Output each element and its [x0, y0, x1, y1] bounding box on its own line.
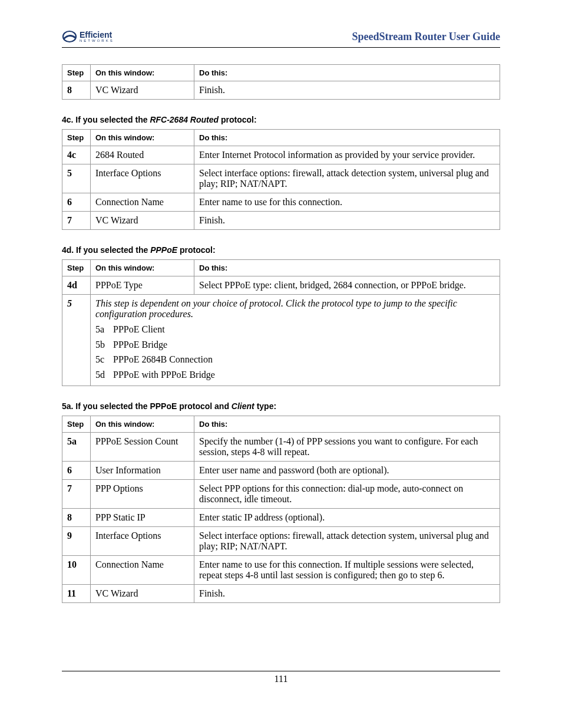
col-header-do: Do this:	[194, 130, 500, 146]
table-row: 5 This step is dependent on your choice …	[62, 295, 500, 386]
table-5a: Step On this window: Do this: 5a PPPoE S…	[62, 416, 500, 603]
cell-window: PPPoE Session Count	[91, 433, 194, 462]
page-number: 111	[62, 671, 500, 684]
table-row: 4d PPPoE Type Select PPPoE type: client,…	[62, 276, 500, 295]
logo-text-bottom: NETWORKS	[80, 39, 114, 42]
table-4c: Step On this window: Do this: 4c 2684 Ro…	[62, 129, 500, 230]
cell-do: Enter name to use for this connection. I…	[194, 556, 500, 585]
sub-label: PPPoE with PPPoE Bridge	[113, 367, 215, 383]
section-5a-heading: 5a. If you selected the PPPoE protocol a…	[62, 401, 500, 411]
logo-text-top: Efficient	[80, 31, 114, 39]
cell-window: Connection Name	[91, 556, 194, 585]
sub-label: PPPoE Client	[113, 322, 165, 337]
heading-prefix: 5a. If you selected the	[62, 401, 150, 411]
section-4d-heading: 4d. If you selected the PPPoE protocol:	[62, 245, 500, 255]
heading-proto2: Client	[232, 401, 254, 411]
cell-step: 7	[62, 212, 91, 230]
logo-swoosh-icon	[62, 29, 77, 44]
cell-step: 5a	[62, 433, 91, 462]
cell-window: VC Wizard	[91, 81, 194, 100]
table-top: Step On this window: Do this: 8 VC Wizar…	[62, 64, 500, 100]
sub-key: 5b	[95, 337, 113, 353]
list-item: 5d PPPoE with PPPoE Bridge	[95, 367, 495, 383]
sub-key: 5a	[95, 322, 113, 337]
page: Efficient NETWORKS SpeedStream Router Us…	[0, 0, 562, 728]
table-header-row: Step On this window: Do this:	[62, 260, 500, 276]
cell-step: 8	[62, 81, 91, 100]
heading-proto: RFC-2684 Routed	[150, 115, 219, 124]
heading-prefix: 4c. If you selected the	[62, 115, 150, 124]
cell-window: Interface Options	[91, 164, 194, 193]
table-row: 8 PPP Static IP Enter static IP address …	[62, 509, 500, 527]
cell-step: 7	[62, 480, 91, 509]
cell-do: Finish.	[194, 585, 500, 603]
heading-suffix: type:	[254, 401, 276, 411]
cell-window: PPP Static IP	[91, 509, 194, 527]
cell-do: Enter static IP address (optional).	[194, 509, 500, 527]
col-header-do: Do this:	[194, 65, 500, 81]
brand-logo: Efficient NETWORKS	[62, 29, 114, 44]
table-4d: Step On this window: Do this: 4d PPPoE T…	[62, 259, 500, 386]
heading-suffix: protocol:	[177, 245, 216, 255]
col-header-window: On this window:	[91, 130, 194, 146]
cell-step: 5	[62, 164, 91, 193]
table-row: 7 PPP Options Select PPP options for thi…	[62, 480, 500, 509]
col-header-window: On this window:	[91, 65, 194, 81]
merged-note: This step is dependent on your choice of…	[95, 298, 457, 319]
cell-step: 5	[62, 295, 91, 386]
table-row: 5a PPPoE Session Count Specify the numbe…	[62, 433, 500, 462]
cell-do: Finish.	[194, 212, 500, 230]
table-header-row: Step On this window: Do this:	[62, 416, 500, 433]
page-header: Efficient NETWORKS SpeedStream Router Us…	[62, 29, 500, 48]
list-item: 5a PPPoE Client	[95, 322, 495, 337]
col-header-do: Do this:	[194, 260, 500, 276]
cell-merged: This step is dependent on your choice of…	[91, 295, 500, 386]
cell-window: PPPoE Type	[91, 276, 194, 295]
col-header-step: Step	[62, 416, 91, 433]
cell-step: 9	[62, 527, 91, 556]
col-header-step: Step	[62, 130, 91, 146]
cell-window: VC Wizard	[91, 212, 194, 230]
cell-do: Specify the number (1-4) of PPP sessions…	[194, 433, 500, 462]
sub-label: PPPoE 2684B Connection	[113, 352, 213, 367]
table-header-row: Step On this window: Do this:	[62, 130, 500, 146]
cell-do: Select PPPoE type: client, bridged, 2684…	[194, 276, 500, 295]
heading-proto: PPPoE	[150, 245, 177, 255]
sub-key: 5c	[95, 352, 113, 367]
cell-window: PPP Options	[91, 480, 194, 509]
cell-window: Connection Name	[91, 193, 194, 212]
col-header-do: Do this:	[194, 416, 500, 433]
table-row: 11 VC Wizard Finish.	[62, 585, 500, 603]
heading-middle: protocol and	[177, 401, 232, 411]
cell-window: User Information	[91, 462, 194, 480]
col-header-window: On this window:	[91, 416, 194, 433]
cell-window: 2684 Routed	[91, 146, 194, 164]
cell-step: 8	[62, 509, 91, 527]
cell-do: Enter name to use for this connection.	[194, 193, 500, 212]
cell-do: Select PPP options for this connection: …	[194, 480, 500, 509]
heading-proto1: PPPoE	[150, 401, 177, 411]
cell-step: 4d	[62, 276, 91, 295]
table-row: 6 Connection Name Enter name to use for …	[62, 193, 500, 212]
cell-do: Enter user name and password (both are o…	[194, 462, 500, 480]
sub-key: 5d	[95, 367, 113, 383]
cell-do: Select interface options: firewall, atta…	[194, 164, 500, 193]
sub-label: PPPoE Bridge	[113, 337, 167, 353]
section-4c-heading: 4c. If you selected the RFC-2684 Routed …	[62, 115, 500, 124]
table-row: 5 Interface Options Select interface opt…	[62, 164, 500, 193]
cell-step: 10	[62, 556, 91, 585]
cell-do: Enter Internet Protocol information as p…	[194, 146, 500, 164]
cell-step: 6	[62, 193, 91, 212]
cell-window: VC Wizard	[91, 585, 194, 603]
table-row: 8 VC Wizard Finish.	[62, 81, 500, 100]
table-row: 6 User Information Enter user name and p…	[62, 462, 500, 480]
list-item: 5c PPPoE 2684B Connection	[95, 352, 495, 367]
cell-step: 11	[62, 585, 91, 603]
cell-step: 4c	[62, 146, 91, 164]
cell-do: Select interface options: firewall, atta…	[194, 527, 500, 556]
document-title: SpeedStream Router User Guide	[352, 31, 501, 43]
table-row: 10 Connection Name Enter name to use for…	[62, 556, 500, 585]
logo-text: Efficient NETWORKS	[80, 31, 114, 42]
sub-list: 5a PPPoE Client 5b PPPoE Bridge 5c PPPoE…	[95, 322, 495, 382]
table-row: 7 VC Wizard Finish.	[62, 212, 500, 230]
